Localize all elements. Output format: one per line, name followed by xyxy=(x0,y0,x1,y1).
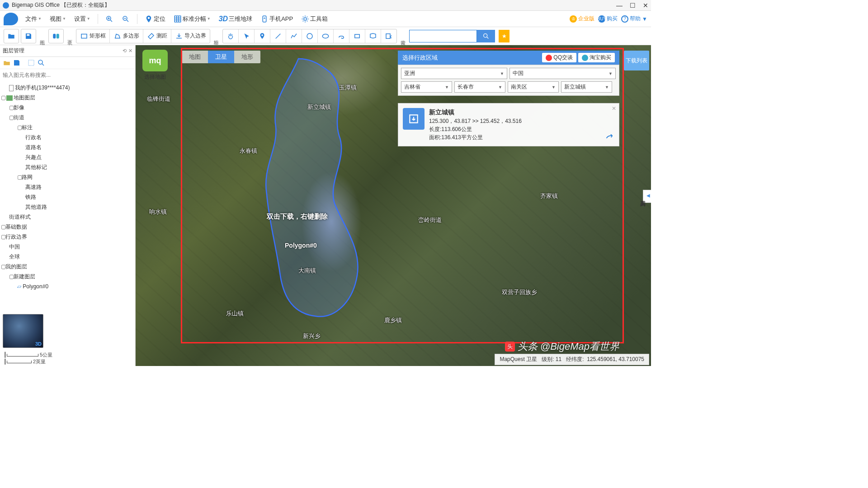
pointer-tool[interactable] xyxy=(239,29,255,43)
select-district[interactable]: 南关区▼ xyxy=(508,81,559,93)
globe-3d-thumbnail[interactable]: 3D xyxy=(3,314,43,348)
region-info-card: ✕ 新立城镇 125.300，43.817 >> 125.452，43.516 … xyxy=(398,103,619,146)
locate-button[interactable]: 定位 xyxy=(142,13,168,25)
map-source-button[interactable] xyxy=(48,29,64,43)
help-link[interactable]: ?帮助▼ xyxy=(621,15,647,23)
annotate-group xyxy=(222,29,397,43)
close-icon[interactable]: ✕ xyxy=(643,2,648,9)
download-action-icon[interactable] xyxy=(590,132,600,142)
search-input[interactable] xyxy=(409,30,477,42)
zoom-out-button[interactable] xyxy=(119,13,132,25)
select-country[interactable]: 中国▼ xyxy=(509,68,616,79)
search-layer-icon[interactable] xyxy=(37,59,45,67)
tree-node-annot[interactable]: ▢标注 xyxy=(1,122,134,132)
qq-chat-button[interactable]: QQ交谈 xyxy=(542,53,576,62)
enterprise-link[interactable]: ♔企业版 xyxy=(570,15,594,23)
tree-node-admin-border[interactable]: ▢行政边界 xyxy=(1,232,134,242)
open-button[interactable] xyxy=(4,29,19,43)
folder-open-icon[interactable] xyxy=(3,59,11,67)
select-province[interactable]: 吉林省▼ xyxy=(401,81,452,93)
close-info-icon[interactable]: ✕ xyxy=(612,105,616,112)
save-button[interactable] xyxy=(21,29,36,43)
info-area: 面积:136.413平方公里 xyxy=(429,133,522,141)
svg-point-21 xyxy=(307,33,312,39)
mobile-app-button[interactable]: 手机APP xyxy=(258,13,296,25)
search-box xyxy=(409,30,495,42)
polyline-tool[interactable] xyxy=(286,29,302,43)
select-continent[interactable]: 亚洲▼ xyxy=(401,68,507,79)
titlebar: Bigemap GIS Office 【已授权：全能版】 — ☐ ✕ xyxy=(0,0,651,11)
toutiao-icon: 头 xyxy=(505,342,515,352)
tree-node-poi[interactable]: 兴趣点 xyxy=(1,152,134,162)
save-layer-icon[interactable] xyxy=(13,59,21,67)
freehand-tool[interactable] xyxy=(334,29,349,43)
tree-node-highway[interactable]: 高速路 xyxy=(1,182,134,192)
select-all-icon[interactable] xyxy=(27,59,35,67)
info-name: 新立城镇 xyxy=(429,108,522,116)
menu-file[interactable]: 文件▼ xyxy=(23,13,44,25)
sidebar-header: 图层管理 ⟲✕ xyxy=(0,45,135,57)
tree-node-image[interactable]: ▢影像 xyxy=(1,103,134,113)
tree-node-network[interactable]: ▢路网 xyxy=(1,172,134,182)
tree-node-new-layer[interactable]: ▢新建图层 xyxy=(1,272,134,282)
tree-node-other-mark[interactable]: 其他标记 xyxy=(1,162,134,172)
map-source-select[interactable]: mq 选择地图 xyxy=(139,50,171,81)
globe3d-button[interactable]: 3D三维地球 xyxy=(216,13,255,25)
rect-tool[interactable]: 矩形框 xyxy=(76,29,110,43)
import-boundary-tool[interactable]: 导入边界 xyxy=(171,29,210,43)
tool-list-tab[interactable]: ◀工具列表 xyxy=(643,190,651,203)
buy-link[interactable]: BUY购买 xyxy=(598,15,618,23)
tree-node-other-road[interactable]: 其他道路 xyxy=(1,202,134,212)
favorite-button[interactable]: ★ xyxy=(499,30,509,42)
tree-node-phone[interactable]: 我的手机(139****4474) xyxy=(1,83,134,93)
search-button[interactable] xyxy=(477,30,495,42)
tree-node-road-name[interactable]: 道路名 xyxy=(1,142,134,152)
tab-terrain[interactable]: 地形 xyxy=(234,51,260,63)
ellipse-tool[interactable] xyxy=(318,29,334,43)
polygon-tool[interactable]: 多边形 xyxy=(110,29,143,43)
label-tool[interactable] xyxy=(365,29,381,43)
tree-node-admin-name[interactable]: 行政名 xyxy=(1,132,134,142)
line-tool[interactable] xyxy=(270,29,286,43)
toolbox-button[interactable]: 工具箱 xyxy=(298,13,330,25)
window-controls: — ☐ ✕ xyxy=(616,2,648,9)
download-list-button[interactable]: 下载列表 xyxy=(624,51,649,70)
map-canvas[interactable]: mq 选择地图 地图 卫星 地形 选择行政区域 QQ交谈 淘宝购买 亚洲▼ 中国… xyxy=(136,45,651,366)
tree-node-maplayer[interactable]: ▢地图图层 xyxy=(1,93,134,103)
minimize-icon[interactable]: — xyxy=(616,2,623,9)
layer-search-input[interactable] xyxy=(3,71,132,79)
tab-satellite[interactable]: 卫星 xyxy=(208,51,234,63)
menu-view[interactable]: 视图▼ xyxy=(47,13,69,25)
taobao-buy-button[interactable]: 淘宝购买 xyxy=(578,53,615,62)
tree-node-railway[interactable]: 铁路 xyxy=(1,192,134,202)
tree-node-base-data[interactable]: ▢基础数据 xyxy=(1,222,134,232)
tab-map[interactable]: 地图 xyxy=(182,51,208,63)
info-length: 长度:113.606公里 xyxy=(429,125,522,133)
maximize-icon[interactable]: ☐ xyxy=(630,2,636,9)
tree-node-polygon0[interactable]: ▱ Polygon#0 xyxy=(1,282,134,291)
share-action-icon[interactable] xyxy=(604,132,614,142)
rectangle-tool[interactable] xyxy=(349,29,365,43)
close-panel-icon[interactable]: ✕ xyxy=(128,48,132,54)
grid-button[interactable]: 标准分幅▼ xyxy=(171,13,213,25)
tree-node-china[interactable]: 中国 xyxy=(1,242,134,252)
zoom-in-button[interactable] xyxy=(103,13,116,25)
select-city[interactable]: 长春市▼ xyxy=(454,81,505,93)
tree-node-my-layer[interactable]: ▢我的图层 xyxy=(1,262,134,272)
menubar: 文件▼ 视图▼ 设置▼ 定位 标准分幅▼ 3D三维地球 手机APP 工具箱 ♔企… xyxy=(0,11,651,27)
import-tool[interactable] xyxy=(381,29,396,43)
svg-rect-13 xyxy=(263,16,266,22)
tree-node-street[interactable]: ▢街道 xyxy=(1,113,134,122)
tree-node-global[interactable]: 全球 xyxy=(1,252,134,262)
pan-tool[interactable] xyxy=(223,29,239,43)
layer-tree: 我的手机(139****4474) ▢地图图层 ▢影像 ▢街道 ▢标注 行政名 … xyxy=(0,81,135,311)
measure-tool[interactable]: 测距 xyxy=(143,29,171,43)
collapse-icon[interactable]: ⟲ xyxy=(123,48,127,54)
select-town[interactable]: 新立城镇▼ xyxy=(561,81,612,93)
circle-tool[interactable] xyxy=(302,29,318,43)
svg-line-20 xyxy=(276,33,281,38)
brand-logo-icon xyxy=(4,13,18,25)
marker-tool[interactable] xyxy=(255,29,270,43)
tree-node-street-style[interactable]: 街道样式 xyxy=(1,212,134,222)
menu-settings[interactable]: 设置▼ xyxy=(71,13,93,25)
